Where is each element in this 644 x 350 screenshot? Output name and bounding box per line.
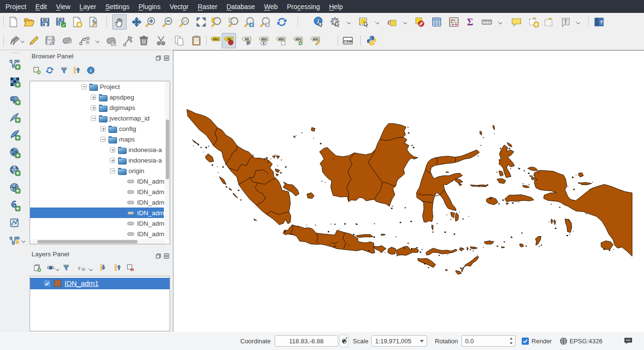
svg-text:?: ? xyxy=(600,20,603,25)
svg-text:ε: ε xyxy=(78,264,81,271)
svg-text:abc: abc xyxy=(296,37,302,41)
svg-text:abc: abc xyxy=(313,37,319,41)
svg-text:ε: ε xyxy=(387,18,391,26)
svg-text:abc: abc xyxy=(213,37,219,41)
svg-text:i: i xyxy=(90,67,92,73)
svg-text:T: T xyxy=(564,19,568,25)
svg-text:abc: abc xyxy=(261,37,268,41)
svg-text:CSW: CSW xyxy=(343,39,352,44)
svg-text:abc: abc xyxy=(279,37,285,41)
svg-text:1:1: 1:1 xyxy=(183,20,188,23)
svg-text:Σ: Σ xyxy=(467,17,473,27)
